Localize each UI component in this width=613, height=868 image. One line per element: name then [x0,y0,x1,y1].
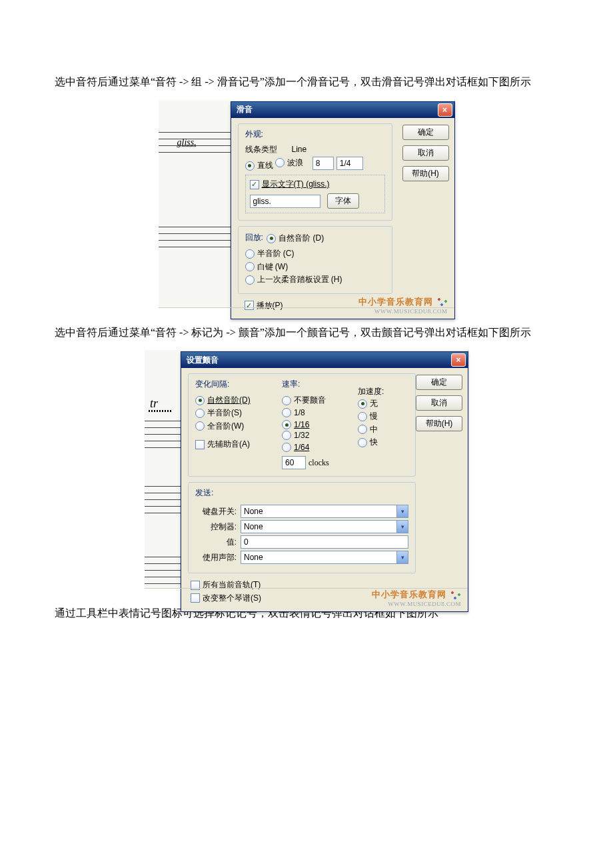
line-header: Line [292,145,307,154]
staff-preview: gliss. [159,100,231,308]
radio-natural-scale[interactable]: 自然音阶 (D) [267,233,324,244]
interval-group-title: 变化间隔: [194,379,231,390]
ok-button[interactable]: 确定 [416,375,462,390]
radio-pedal-label: 上一次柔音踏板设置 (H) [257,274,342,285]
send-group-title: 发送: [194,487,215,499]
close-button[interactable]: × [438,103,452,117]
radio-wave-label: 波浪 [287,157,303,169]
watermark-dots-icon [436,297,448,307]
chevron-down-icon[interactable]: ▾ [396,505,408,518]
radio-accel-fast[interactable]: 快 [358,437,378,448]
clocks-label: clocks [308,458,329,468]
play-label: 播放(P) [257,300,283,311]
playback-group: 回放: 自然音阶 (D) 半音阶 (C) 白键 (W) 上一次柔音踏板设置 (H… [238,226,392,294]
show-text-box: 显示文字(T) (gliss.) gliss. 字体 [245,175,385,213]
controller-label: 控制器: [195,521,237,533]
cancel-button[interactable]: 取消 [402,145,449,161]
radio-wave[interactable]: 波浪 [275,157,303,169]
value-input[interactable]: 0 [241,535,408,549]
gliss-text: gliss. [177,137,197,148]
all-tracks-label: 所有当前音轨(T) [203,579,261,591]
rate-8-label: 1/8 [294,408,305,417]
glissando-dialog: 滑音 × 确定 取消 帮助(H) 外观: 线条类型 Line [231,101,455,319]
line-frac-input[interactable]: 1/4 [336,157,363,170]
radio-accel-med[interactable]: 中 [358,424,378,435]
rate-none-label: 不要颤音 [294,395,326,406]
appearance-group-title: 外观: [244,129,265,140]
value-label: 值: [195,537,237,548]
controller-combo[interactable]: None [241,520,396,533]
watermark-url: WWW.MUSICEDU8.COM [358,308,448,315]
pre-aux-label: 先辅助音(A) [207,439,250,450]
trill-symbol: tr [150,397,158,411]
radio-diatonic-label: 自然音阶(D) [207,395,251,406]
radio-semitone[interactable]: 半音阶(S) [195,407,242,419]
radio-wholetone-label: 全音阶(W) [207,421,244,432]
radio-natural-label: 自然音阶 (D) [279,233,324,244]
pre-aux-checkbox[interactable]: 先辅助音(A) [195,439,250,450]
close-button[interactable]: × [451,353,466,367]
line-type-label: 线条类型 [245,144,277,155]
radio-diatonic[interactable]: 自然音阶(D) [195,395,251,406]
accel-none-label: 无 [370,398,378,409]
radio-accel-none[interactable]: 无 [358,398,378,409]
watermark-text: 中小学音乐教育网 [358,297,433,307]
rate-32-label: 1/32 [294,431,309,440]
rate-64-label: 1/64 [294,443,309,452]
radio-wholetone[interactable]: 全音阶(W) [195,421,244,432]
dialog-title: 设置颤音 [187,355,219,366]
radio-accel-slow[interactable]: 慢 [358,411,378,422]
accel-label: 加速度: [358,386,404,397]
accel-fast-label: 快 [370,437,378,448]
figure-trill: tr 设置颤音 × 确定 取消 帮助(H) [145,350,468,589]
font-button[interactable]: 字体 [327,193,359,209]
show-text-label: 显示文字(T) (gliss.) [262,179,330,190]
accel-slow-label: 慢 [370,411,378,422]
kbd-switch-combo[interactable]: None [241,505,396,518]
send-group: 发送: 键盘开关: None ▾ 控制器: None [188,482,416,573]
ok-button[interactable]: 确定 [402,125,449,140]
voice-combo[interactable]: None [241,551,396,564]
dialog-title: 滑音 [237,104,253,115]
radio-chromatic-label: 半音阶 (C) [257,248,295,259]
radio-rate-32[interactable]: 1/32 [282,431,309,440]
all-tracks-checkbox[interactable]: 所有当前音轨(T) [191,579,261,591]
paragraph-2: 选中音符后通过菜单“音符 -> 标记为 -> 颤音”添加一个颤音记号，双击颤音记… [33,324,580,341]
accel-med-label: 中 [370,424,378,435]
radio-rate-8[interactable]: 1/8 [282,408,305,417]
radio-last-pedal[interactable]: 上一次柔音踏板设置 (H) [245,274,342,285]
cancel-button[interactable]: 取消 [416,395,462,411]
rate-group-title: 速率: [281,379,301,390]
dialog-titlebar[interactable]: 滑音 × [231,102,454,118]
rate-16-label: 1/16 [294,420,309,429]
chevron-down-icon[interactable]: ▾ [396,520,408,533]
close-icon: × [456,355,460,365]
trill-wave-icon [149,410,173,412]
show-text-checkbox[interactable]: 显示文字(T) (gliss.) [250,179,330,190]
radio-rate-64[interactable]: 1/64 [282,443,309,452]
radio-rate-none[interactable]: 不要颤音 [282,395,326,406]
staff-preview: tr [145,350,181,589]
radio-straight[interactable]: 直线 [245,160,273,171]
radio-white-keys[interactable]: 白键 (W) [245,261,289,273]
dialog-titlebar[interactable]: 设置颤音 × [181,352,468,368]
appearance-group: 外观: 线条类型 Line 直线 波浪 8 1/ [238,123,392,221]
gliss-text-input[interactable]: gliss. [250,195,320,208]
radio-chromatic[interactable]: 半音阶 (C) [245,248,295,259]
help-button[interactable]: 帮助(H) [416,416,462,431]
whole-score-checkbox[interactable]: 改变整个琴谱(S) [191,593,261,604]
radio-white-label: 白键 (W) [257,261,289,273]
playback-group-title: 回放: [244,232,265,243]
chevron-down-icon[interactable]: ▾ [396,551,408,564]
voice-label: 使用声部: [195,552,237,563]
top-group: 变化间隔: 自然音阶(D) 半音阶(S) 全音阶(W) 先辅助音(A) 速率: [188,373,416,477]
play-checkbox[interactable]: 播放(P) [245,300,283,311]
rate-value-input[interactable]: 60 [282,456,306,469]
help-button[interactable]: 帮助(H) [402,166,449,181]
radio-semitone-label: 半音阶(S) [207,407,242,419]
line-num-input[interactable]: 8 [312,157,334,170]
radio-rate-16[interactable]: 1/16 [282,420,309,429]
radio-straight-label: 直线 [257,160,273,171]
trill-dialog: 设置颤音 × 确定 取消 帮助(H) 变化间隔: 自然音阶(D) [181,351,468,612]
whole-score-label: 改变整个琴谱(S) [203,593,261,604]
